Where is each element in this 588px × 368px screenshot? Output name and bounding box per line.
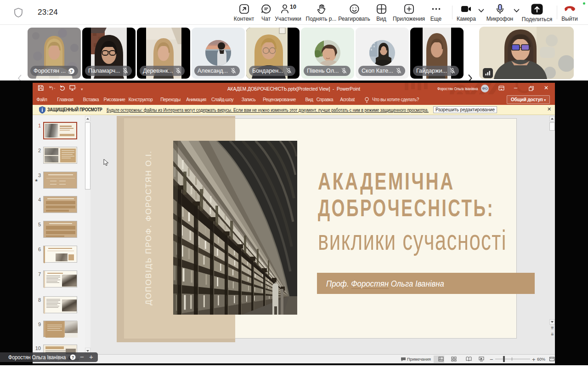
svg-text:10: 10 [290,4,296,10]
svg-text:?: ? [70,69,73,74]
svg-text:?: ? [72,355,74,360]
